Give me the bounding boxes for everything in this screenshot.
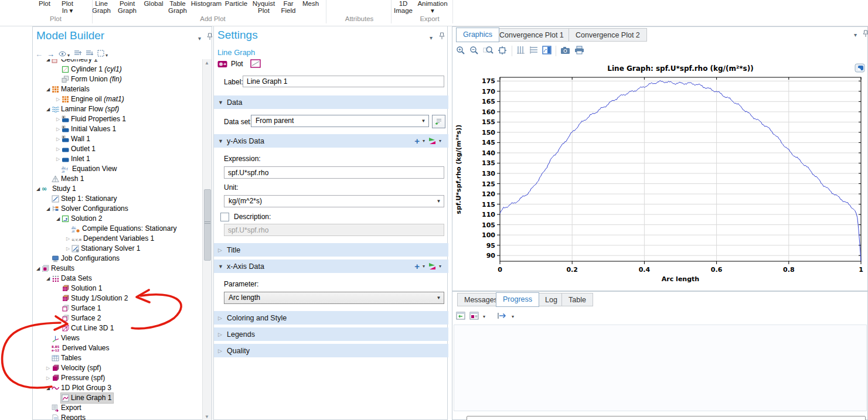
tab-convergence-plot-1[interactable]: Convergence Plot 1 [492, 28, 571, 42]
collapse-all-icon[interactable] [74, 50, 81, 59]
tab-convergence-plot-2[interactable]: Convergence Plot 2 [569, 28, 647, 42]
add-expression-icon[interactable]: + [414, 262, 420, 271]
ribbon-item-plot[interactable]: PlotIn ▾ [62, 0, 73, 14]
scrollbar-thumb[interactable] [204, 189, 211, 261]
panel-menu-caret-icon[interactable]: ▾ [430, 35, 433, 41]
tree-item-1d-plot-group-3[interactable]: ◢1D Plot Group 3 [33, 383, 200, 393]
replace-expression-icon[interactable] [428, 262, 436, 270]
pin-icon[interactable] [207, 33, 213, 42]
parameter-combo[interactable]: Arc length ▼ [224, 292, 444, 304]
snapshot-camera-icon[interactable] [560, 46, 570, 56]
add-expression-caret-icon[interactable]: ▾ [423, 138, 425, 144]
move-next-caret-icon[interactable]: ▾ [512, 314, 514, 319]
tree-collapse-icon[interactable]: ◢ [55, 214, 61, 224]
ribbon-item-animation[interactable]: Animation▾ [417, 0, 447, 14]
tree-expand-icon[interactable]: ▷ [55, 94, 61, 104]
dock-window-icon[interactable] [456, 312, 465, 322]
tree-expand-icon[interactable]: ▷ [55, 124, 61, 134]
tree-collapse-icon[interactable]: ◢ [35, 184, 41, 194]
section-title[interactable]: ▷ Title [214, 243, 448, 257]
tree-item-pressure-spf[interactable]: ▷Pressure (spf) [33, 373, 200, 383]
tree-item-data-sets[interactable]: ◢Data Sets [33, 274, 200, 284]
y-grid-icon[interactable] [516, 46, 525, 56]
tree-item-line-graph-1[interactable]: Line Graph 1 [33, 393, 200, 403]
ribbon-item-nyquist[interactable]: NyquistPlot [253, 0, 275, 14]
plot-window-settings-icon[interactable] [542, 46, 552, 56]
tree-item-cut-line-3d-1[interactable]: Cut Line 3D 1 [33, 323, 200, 333]
tree-collapse-icon[interactable]: ◢ [35, 264, 41, 274]
tree-collapse-icon[interactable]: ◢ [45, 204, 51, 214]
tree-expand-icon[interactable]: ▷ [45, 363, 51, 373]
tree-item-tables[interactable]: Tables [33, 353, 200, 363]
tree-item-surface-1[interactable]: Surface 1 [33, 303, 200, 313]
tree-expand-icon[interactable]: ▷ [55, 154, 61, 164]
tree-item-inlet-1[interactable]: ▷Inlet 1 [33, 154, 200, 164]
tree-item-study-1[interactable]: ◢∞Study 1 [33, 184, 200, 194]
tree-collapse-icon[interactable]: ◢ [45, 84, 51, 94]
zoom-extents-icon[interactable] [498, 46, 508, 57]
tree-item-study-1-solution-2[interactable]: Study 1/Solution 2 [33, 293, 200, 303]
line-plot-icon[interactable] [250, 59, 261, 70]
replace-expression-caret-icon[interactable]: ▾ [439, 264, 441, 269]
line-chart[interactable]: 00.20.40.60.8190951001051101151201251301… [452, 61, 868, 291]
tree-item-equation-view[interactable]: ∂u∂tfEquation View [33, 164, 200, 174]
section-data[interactable]: ▼ Data [214, 95, 448, 109]
tree-scrollbar[interactable]: ▲ ▼ [202, 59, 212, 420]
tree-item-views[interactable]: Views [33, 333, 200, 343]
plot-button[interactable]: Plot [217, 60, 243, 68]
ribbon-item-particle[interactable]: Particle [225, 0, 247, 7]
tree-item-geometry-1[interactable]: ◢Geometry 1 [33, 59, 200, 64]
ribbon-item-table[interactable]: TableGraph [168, 0, 187, 14]
tree-expand-icon[interactable]: ▷ [65, 234, 71, 244]
zoom-box-icon[interactable] [483, 46, 493, 57]
add-expression-caret-icon[interactable]: ▾ [423, 264, 425, 269]
tree-item-dependent-variables-1[interactable]: ▷u,v,wDependent Variables 1 [33, 234, 200, 244]
tree-expand-icon[interactable]: ▷ [65, 244, 71, 254]
ribbon-item-point[interactable]: PointGraph [118, 0, 137, 14]
tree-expand-icon[interactable]: ▷ [55, 114, 61, 124]
tree-expand-icon[interactable]: ▷ [55, 144, 61, 154]
tree-item-results[interactable]: ◢Results [33, 264, 200, 274]
section-x-axis-data[interactable]: ▼ x-Axis Data + ▾ ▾ [214, 259, 448, 273]
replace-expression-icon[interactable] [428, 137, 436, 145]
tree-expand-icon[interactable]: ▷ [45, 373, 51, 383]
model-tree-node-icon[interactable]: ▾ [97, 50, 108, 59]
scroll-up-icon[interactable]: ▲ [203, 60, 211, 66]
tree-expand-icon[interactable]: ▷ [55, 134, 61, 144]
tree-item-solver-configurations[interactable]: ◢Solver Configurations [33, 204, 200, 214]
move-next-icon[interactable] [497, 312, 508, 321]
tree-item-initial-values-1[interactable]: ▷Initial Values 1 [33, 124, 200, 134]
tree-collapse-icon[interactable]: ◢ [45, 274, 51, 284]
description-checkbox[interactable] [220, 213, 229, 221]
expand-all-icon[interactable] [86, 50, 93, 59]
tree-item-compile-equations-stationary[interactable]: ∂u∂tCompile Equations: Stationary [33, 224, 200, 234]
tree-item-surface-2[interactable]: Surface 2 [33, 313, 200, 323]
tree-collapse-icon[interactable]: ◢ [45, 383, 51, 393]
back-icon[interactable]: ← [35, 50, 43, 59]
progress-window-caret-icon[interactable]: ▾ [483, 314, 485, 319]
tab-graphics[interactable]: Graphics [456, 28, 499, 42]
print-icon[interactable] [574, 46, 584, 56]
tree-item-job-configurations[interactable]: Job Configurations [33, 254, 200, 264]
tree-item-reports[interactable]: Reports [33, 413, 200, 420]
panel-menu-caret-icon[interactable]: ▾ [854, 32, 857, 38]
zoom-in-icon[interactable] [456, 46, 465, 57]
tree-item-velocity-spf[interactable]: ▷Velocity (spf) [33, 363, 200, 373]
expression-input[interactable] [224, 166, 444, 179]
scroll-down-icon[interactable]: ▼ [203, 414, 211, 419]
tree-item-stationary-solver-1[interactable]: ▷Stationary Solver 1 [33, 244, 200, 254]
pin-icon[interactable] [439, 32, 445, 42]
ribbon-item-global[interactable]: Global [144, 0, 163, 7]
section-quality[interactable]: ▷ Quality [214, 344, 448, 357]
section-y-axis-data[interactable]: ▼ y-Axis Data + ▾ ▾ [214, 134, 448, 148]
goto-source-button[interactable] [432, 115, 445, 128]
label-input[interactable] [243, 76, 444, 87]
tree-item-export[interactable]: Export [33, 403, 200, 413]
pin-icon[interactable] [863, 30, 868, 39]
tree-item-wall-1[interactable]: ▷Wall 1 [33, 134, 200, 144]
tree-item-form-union[interactable]: Form Union (fin) [33, 74, 200, 84]
tree-item-derived-values[interactable]: 8.85e-12Derived Values [33, 343, 200, 353]
tree-item-laminar-flow[interactable]: ◢Laminar Flow (spf) [33, 104, 200, 114]
tree-item-materials[interactable]: ◢Materials [33, 84, 200, 94]
tree-item-fluid-properties-1[interactable]: ▷Fluid Properties 1 [33, 114, 200, 124]
